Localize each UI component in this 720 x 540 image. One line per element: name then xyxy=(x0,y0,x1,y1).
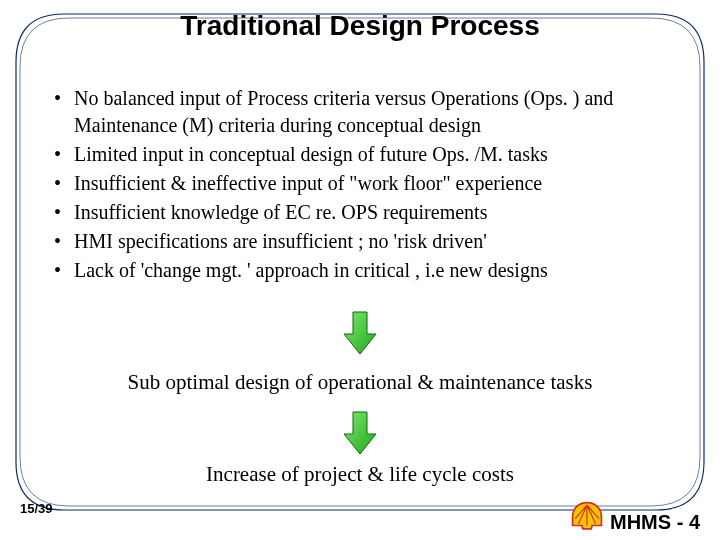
content-area: No balanced input of Process criteria ve… xyxy=(50,85,680,286)
bullet-item: Insufficient knowledge of EC re. OPS req… xyxy=(50,199,680,226)
down-arrow-icon xyxy=(0,410,720,456)
shell-logo-icon xyxy=(570,500,604,534)
footer-label: MHMS - 4 xyxy=(610,511,700,534)
page-number: 15/39 xyxy=(20,501,53,516)
bullet-item: Limited input in conceptual design of fu… xyxy=(50,141,680,168)
bullet-item: Insufficient & ineffective input of "wor… xyxy=(50,170,680,197)
bullet-list: No balanced input of Process criteria ve… xyxy=(50,85,680,284)
bullet-item: HMI specifications are insufficient ; no… xyxy=(50,228,680,255)
slide-title: Traditional Design Process xyxy=(0,10,720,42)
footer: MHMS - 4 xyxy=(570,500,700,534)
bullet-item: Lack of 'change mgt. ' approach in criti… xyxy=(50,257,680,284)
consequence-text-2: Increase of project & life cycle costs xyxy=(0,462,720,487)
down-arrow-icon xyxy=(0,310,720,356)
bullet-item: No balanced input of Process criteria ve… xyxy=(50,85,680,139)
consequence-text-1: Sub optimal design of operational & main… xyxy=(0,370,720,395)
slide: Traditional Design Process No balanced i… xyxy=(0,0,720,540)
